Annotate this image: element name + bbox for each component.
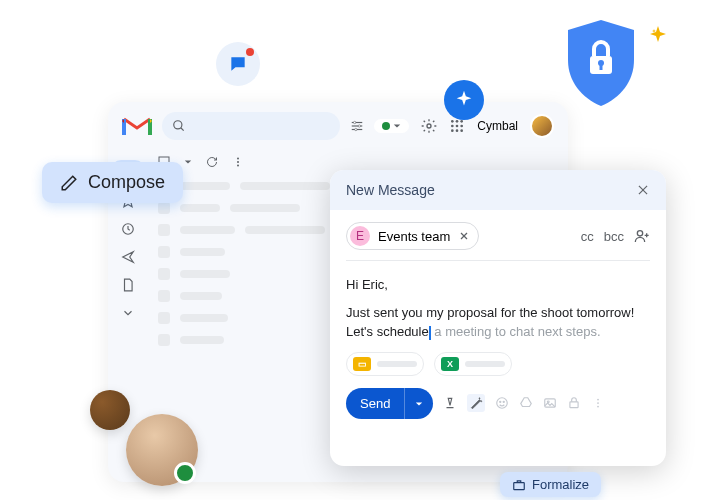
body-greeting: Hi Eric, bbox=[346, 275, 650, 295]
svg-rect-43 bbox=[514, 482, 525, 489]
svg-point-40 bbox=[598, 399, 600, 401]
cc-button[interactable]: cc bbox=[581, 229, 594, 244]
svg-point-13 bbox=[456, 125, 459, 128]
shield-icon bbox=[560, 16, 642, 110]
search-input[interactable] bbox=[162, 112, 340, 140]
search-icon bbox=[172, 119, 186, 133]
emoji-icon[interactable] bbox=[495, 396, 509, 410]
svg-point-17 bbox=[461, 129, 464, 132]
send-options-dropdown[interactable] bbox=[404, 388, 433, 419]
chevron-down-icon bbox=[393, 122, 401, 130]
email-body[interactable]: Hi Eric, Just sent you my proposal for t… bbox=[346, 275, 650, 342]
pencil-icon bbox=[60, 174, 78, 192]
sparkle-gold-icon bbox=[646, 24, 670, 48]
chevron-down-icon bbox=[415, 400, 423, 408]
body-typed-text: Let's schedule bbox=[346, 324, 429, 339]
svg-point-33 bbox=[481, 401, 482, 402]
more-vert-icon[interactable] bbox=[591, 396, 605, 410]
sheets-icon: X bbox=[441, 357, 459, 371]
compose-title: New Message bbox=[346, 182, 435, 198]
svg-point-14 bbox=[461, 125, 464, 128]
svg-point-11 bbox=[461, 120, 464, 123]
app-header: Cymbal bbox=[108, 102, 568, 150]
svg-point-0 bbox=[174, 121, 182, 129]
svg-point-16 bbox=[456, 129, 459, 132]
chat-icon bbox=[228, 54, 248, 74]
svg-point-35 bbox=[500, 401, 501, 402]
formalize-button[interactable]: Formalize bbox=[500, 472, 601, 497]
svg-point-22 bbox=[237, 158, 239, 160]
refresh-icon[interactable] bbox=[206, 156, 218, 168]
brand-label: Cymbal bbox=[477, 119, 518, 133]
svg-point-29 bbox=[637, 231, 642, 236]
svg-point-15 bbox=[451, 129, 454, 132]
inbox-toolbar bbox=[158, 156, 558, 168]
contact-avatar-2 bbox=[126, 414, 198, 486]
gmail-logo-icon bbox=[122, 115, 152, 137]
svg-point-32 bbox=[479, 398, 480, 399]
svg-point-10 bbox=[456, 120, 459, 123]
attachment-sheets[interactable]: X bbox=[434, 352, 512, 376]
svg-point-8 bbox=[427, 124, 431, 128]
sparkle-icon bbox=[453, 89, 475, 111]
svg-rect-46 bbox=[600, 64, 603, 70]
clock-icon[interactable] bbox=[121, 222, 135, 236]
file-icon[interactable] bbox=[121, 278, 135, 292]
briefcase-icon bbox=[512, 478, 526, 492]
add-contact-icon[interactable] bbox=[634, 228, 650, 244]
svg-point-7 bbox=[355, 128, 357, 130]
svg-rect-39 bbox=[570, 402, 578, 408]
drive-icon[interactable] bbox=[519, 396, 533, 410]
recipient-avatar: E bbox=[350, 226, 370, 246]
svg-point-36 bbox=[504, 401, 505, 402]
contact-avatar-1 bbox=[90, 390, 130, 430]
active-dot-icon bbox=[382, 122, 390, 130]
svg-line-1 bbox=[181, 128, 184, 131]
tune-icon[interactable] bbox=[350, 119, 364, 133]
notification-dot-icon bbox=[246, 48, 254, 56]
compose-label: Compose bbox=[88, 172, 165, 193]
send-button[interactable]: Send bbox=[346, 388, 433, 419]
ai-sparkle-badge bbox=[444, 80, 484, 120]
gear-icon[interactable] bbox=[421, 118, 437, 134]
send-label: Send bbox=[346, 388, 404, 419]
svg-point-41 bbox=[598, 402, 600, 404]
recipient-chip[interactable]: E Events team bbox=[346, 222, 479, 250]
recipient-name: Events team bbox=[378, 229, 450, 244]
magic-wand-icon[interactable] bbox=[467, 394, 485, 412]
close-icon[interactable] bbox=[636, 183, 650, 197]
apps-grid-icon[interactable] bbox=[449, 118, 465, 134]
sent-icon[interactable] bbox=[121, 250, 135, 264]
body-line1: Just sent you my proposal for the shoot … bbox=[346, 303, 650, 323]
more-vert-icon[interactable] bbox=[232, 156, 244, 168]
remove-chip-icon[interactable] bbox=[458, 230, 470, 242]
text-format-icon[interactable] bbox=[443, 396, 457, 410]
svg-point-24 bbox=[237, 165, 239, 167]
svg-point-34 bbox=[497, 398, 508, 409]
bcc-button[interactable]: bcc bbox=[604, 229, 624, 244]
chevron-down-icon[interactable] bbox=[184, 158, 192, 166]
slides-icon: ▭ bbox=[353, 357, 371, 371]
attachment-slides[interactable]: ▭ bbox=[346, 352, 424, 376]
chevron-down-icon[interactable] bbox=[121, 306, 135, 320]
status-indicator[interactable] bbox=[374, 119, 409, 133]
svg-point-12 bbox=[451, 125, 454, 128]
smart-compose-suggestion: a meeting to chat next steps. bbox=[431, 324, 601, 339]
svg-point-6 bbox=[358, 125, 360, 127]
svg-point-42 bbox=[598, 406, 600, 408]
user-avatar[interactable] bbox=[530, 114, 554, 138]
compose-header: New Message bbox=[330, 170, 666, 210]
formalize-label: Formalize bbox=[532, 477, 589, 492]
chat-badge bbox=[216, 42, 260, 86]
recipient-row: E Events team cc bcc bbox=[346, 222, 650, 261]
lock-time-icon[interactable] bbox=[567, 396, 581, 410]
compose-button[interactable]: Compose bbox=[42, 162, 183, 203]
image-icon[interactable] bbox=[543, 396, 557, 410]
svg-point-5 bbox=[354, 121, 356, 123]
svg-point-9 bbox=[451, 120, 454, 123]
compose-window: New Message E Events team cc bcc Hi Eric… bbox=[330, 170, 666, 466]
svg-point-23 bbox=[237, 161, 239, 163]
